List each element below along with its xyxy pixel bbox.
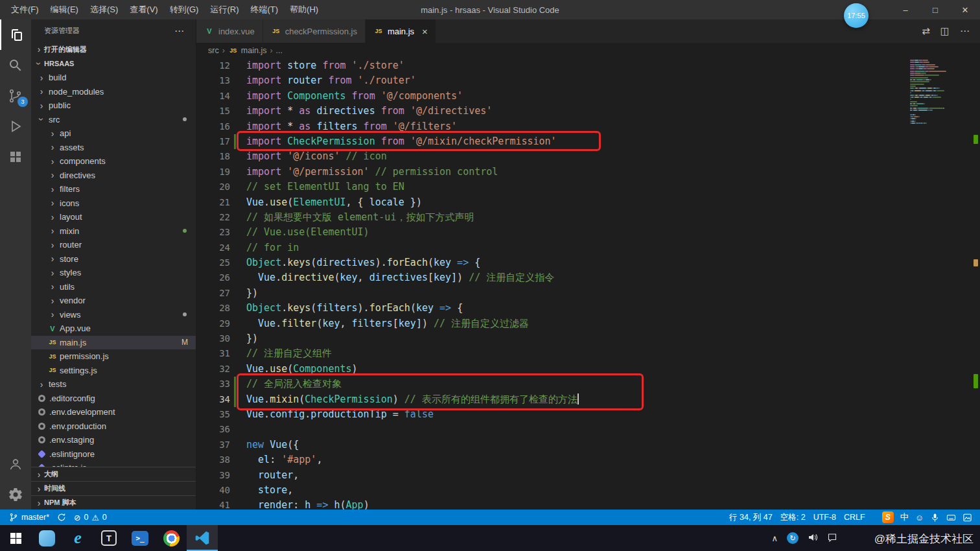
code-text[interactable]	[236, 422, 246, 437]
menu-item[interactable]: 选择(S)	[84, 0, 124, 19]
tree-item-src[interactable]: ›src	[31, 113, 196, 127]
code-line[interactable]: 38 el: '#app',	[196, 452, 907, 467]
code-line[interactable]: 25Object.keys(directives).forEach(key =>…	[196, 255, 907, 270]
code-text[interactable]: Vue.use(ElementUI, { locale })	[236, 195, 422, 210]
sync-item[interactable]	[53, 510, 70, 525]
code-line[interactable]: 13import router from './router'	[196, 73, 907, 88]
code-text[interactable]: Vue.config.productionTip = false	[236, 407, 434, 422]
indent-item[interactable]: 空格: 2	[776, 512, 810, 523]
code-line[interactable]: 24// for in	[196, 240, 907, 255]
code-line[interactable]: 33// 全局混入检查对象	[196, 377, 907, 392]
tree-item-.eslintignore[interactable]: .eslintignore	[31, 447, 196, 462]
encoding-item[interactable]: UTF-8	[810, 513, 840, 522]
close-icon[interactable]: ×	[422, 26, 428, 37]
overview-ruler[interactable]	[971, 58, 980, 510]
update-tray-icon[interactable]: ↻	[787, 532, 799, 544]
code-text[interactable]: Vue.mixin(CheckPermission) // 表示所有的组件都拥有…	[236, 392, 579, 407]
code-line[interactable]: 31// 注册自定义组件	[196, 346, 907, 361]
code-text[interactable]: Vue.filter(key, filters[key]) // 注册自定义过滤…	[236, 316, 529, 331]
taskbar-chrome-app[interactable]	[156, 525, 187, 551]
more-actions-icon[interactable]: ⋯	[960, 25, 970, 37]
code-text[interactable]: router,	[236, 468, 299, 483]
tree-item-views[interactable]: ›views	[31, 308, 196, 322]
tree-item-vendor[interactable]: ›vendor	[31, 294, 196, 308]
cursor-position-item[interactable]: 行 34, 列 47	[725, 512, 776, 523]
open-editors-section[interactable]: › 打开的编辑器	[31, 42, 196, 56]
minimize-button[interactable]: –	[891, 0, 920, 19]
ime-mode-indicator[interactable]: 中	[900, 511, 909, 523]
tab-index.vue[interactable]: Vindex.vue	[196, 19, 263, 43]
code-text[interactable]: })	[236, 286, 258, 301]
code-line[interactable]: 19import '@/permission' // permission co…	[196, 165, 907, 180]
taskbar-edge-app[interactable]: e	[62, 525, 93, 551]
code-line[interactable]: 26 Vue.directive(key, directives[key]) /…	[196, 270, 907, 285]
tree-item-mixin[interactable]: ›mixin	[31, 224, 196, 239]
section-时间线[interactable]: ›时间线	[31, 481, 196, 495]
tree-item-tests[interactable]: ›tests	[31, 377, 196, 392]
sogou-ime-icon[interactable]: S	[882, 511, 894, 523]
tray-chevron-icon[interactable]: ∧	[771, 533, 778, 543]
code-text[interactable]: new Vue({	[236, 438, 299, 452]
tree-item-api[interactable]: ›api	[31, 126, 196, 141]
code-line[interactable]: 28Object.keys(filters).forEach(key => {	[196, 301, 907, 316]
code-line[interactable]: 12import store from './store'	[196, 58, 907, 73]
settings-gear-icon[interactable]	[0, 479, 31, 510]
code-line[interactable]: 40 store,	[196, 483, 907, 498]
search-icon[interactable]	[0, 50, 31, 80]
volume-icon[interactable]	[808, 532, 818, 545]
menu-item[interactable]: 终端(T)	[244, 0, 284, 19]
maximize-button[interactable]: □	[920, 0, 950, 19]
code-line[interactable]: 39 router,	[196, 468, 907, 483]
code-text[interactable]: import '@/permission' // permission cont…	[236, 165, 498, 180]
taskbar-vscode-app[interactable]	[187, 525, 218, 551]
code-text[interactable]: // set ElementUI lang to EN	[236, 180, 404, 194]
action-center-icon[interactable]	[827, 532, 837, 545]
extensions-icon[interactable]	[0, 141, 31, 172]
menu-item[interactable]: 帮助(H)	[284, 0, 324, 19]
code-line[interactable]: 32Vue.use(Components)	[196, 362, 907, 377]
code-line[interactable]: 23// Vue.use(ElementUI)	[196, 225, 907, 240]
tree-item-.env.staging[interactable]: .env.staging	[31, 433, 196, 447]
code-text[interactable]: el: '#app',	[236, 452, 322, 467]
tab-checkPermission.js[interactable]: JScheckPermission.js	[263, 19, 366, 43]
tree-item-styles[interactable]: ›styles	[31, 266, 196, 280]
code-text[interactable]: import Components from '@/components'	[236, 89, 463, 104]
code-text[interactable]: import * as filters from '@/filters'	[236, 119, 457, 134]
menu-item[interactable]: 运行(R)	[204, 0, 244, 19]
code-line[interactable]: 21Vue.use(ElementUI, { locale })	[196, 195, 907, 210]
tree-item-main.js[interactable]: JSmain.jsM	[31, 336, 196, 350]
code-line[interactable]: 20// set ElementUI lang to EN	[196, 180, 907, 194]
tree-item-node_modules[interactable]: ›node_modules	[31, 85, 196, 99]
code-text[interactable]: // for in	[236, 240, 299, 255]
menu-item[interactable]: 编辑(E)	[45, 0, 84, 19]
taskbar-app-blue-app[interactable]	[31, 525, 62, 551]
code-text[interactable]: Vue.directive(key, directives[key]) // 注…	[236, 270, 554, 285]
account-icon[interactable]	[0, 449, 31, 479]
source-control-icon[interactable]: 3	[0, 80, 31, 111]
code-text[interactable]: import store from './store'	[236, 58, 404, 73]
eol-item[interactable]: CRLF	[840, 513, 869, 522]
code-line[interactable]: 36	[196, 422, 907, 437]
code-line[interactable]: 14import Components from '@/components'	[196, 89, 907, 104]
code-line[interactable]: 37new Vue({	[196, 438, 907, 452]
tree-item-components[interactable]: ›components	[31, 154, 196, 169]
breadcrumb-item[interactable]: src	[208, 46, 219, 55]
code-text[interactable]: // 如果想要中文版 element-ui，按如下方式声明	[236, 210, 474, 225]
code-line[interactable]: 22// 如果想要中文版 element-ui，按如下方式声明	[196, 210, 907, 225]
code-text[interactable]: import '@/icons' // icon	[236, 149, 387, 164]
tree-item-build[interactable]: ›build	[31, 71, 196, 85]
code-text[interactable]: Object.keys(filters).forEach(key => {	[236, 301, 463, 316]
explorer-icon[interactable]	[0, 19, 31, 50]
code-line[interactable]: 34Vue.mixin(CheckPermission) // 表示所有的组件都…	[196, 392, 907, 407]
code-text[interactable]: store,	[236, 483, 293, 498]
taskbar-start-icon[interactable]	[0, 525, 31, 551]
menu-item[interactable]: 转到(G)	[164, 0, 205, 19]
section-NPM 脚本[interactable]: ›NPM 脚本	[31, 495, 196, 510]
tree-item-layout[interactable]: ›layout	[31, 210, 196, 224]
code-line[interactable]: 41 render: h => h(App)	[196, 498, 907, 510]
code-text[interactable]: })	[236, 331, 258, 346]
code-text[interactable]: import router from './router'	[236, 73, 416, 88]
git-branch-item[interactable]: master*	[5, 510, 53, 525]
tree-item-public[interactable]: ›public	[31, 99, 196, 113]
keyboard-icon[interactable]	[946, 513, 956, 522]
